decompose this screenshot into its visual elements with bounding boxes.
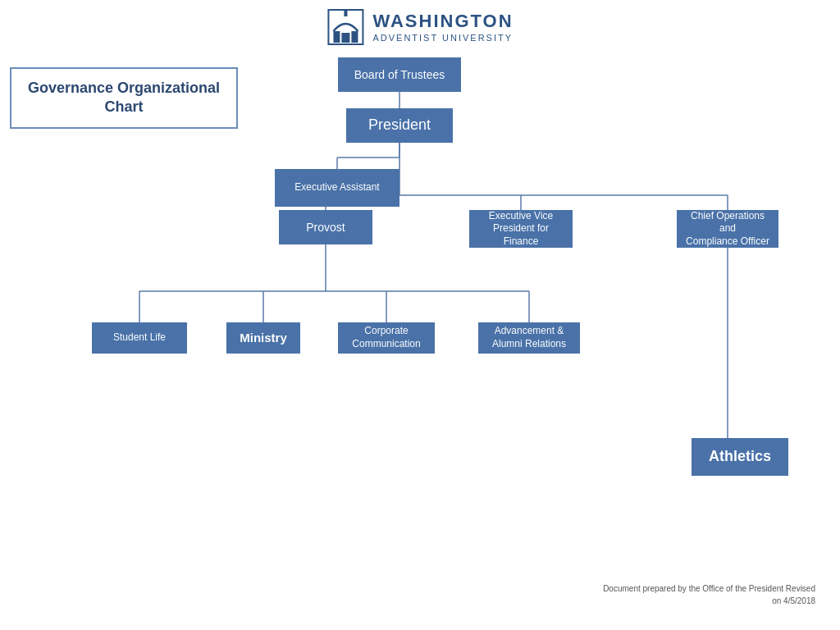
title-box: Governance Organizational Chart: [10, 67, 238, 129]
board-of-trustees-node: Board of Trustees: [338, 57, 461, 92]
svg-rect-3: [341, 33, 349, 43]
university-logo-icon: [326, 8, 364, 46]
svg-rect-4: [344, 10, 347, 16]
logo-text: WASHINGTON ADVENTIST UNIVERSITY: [372, 11, 513, 43]
svg-rect-2: [351, 31, 358, 43]
ministry-node: Ministry: [226, 322, 300, 354]
university-name: WASHINGTON: [372, 11, 513, 32]
chief-ops-node: Chief Operations andCompliance Officer: [677, 210, 778, 248]
footer: Document prepared by the Office of the P…: [603, 582, 815, 607]
provost-node: Provost: [279, 210, 372, 244]
athletics-node: Athletics: [692, 438, 788, 476]
student-life-node: Student Life: [92, 322, 187, 354]
advancement-node: Advancement &Alumni Relations: [478, 322, 580, 354]
exec-assistant-node: Executive Assistant: [275, 169, 399, 207]
university-sub: ADVENTIST UNIVERSITY: [372, 33, 513, 43]
chart-title: Governance Organizational Chart: [25, 79, 223, 117]
president-node: President: [346, 108, 453, 143]
corporate-comm-node: CorporateCommunication: [338, 322, 435, 354]
exec-vp-finance-node: Executive VicePresident for Finance: [469, 210, 573, 248]
svg-rect-1: [333, 31, 340, 43]
logo: WASHINGTON ADVENTIST UNIVERSITY: [326, 8, 513, 46]
